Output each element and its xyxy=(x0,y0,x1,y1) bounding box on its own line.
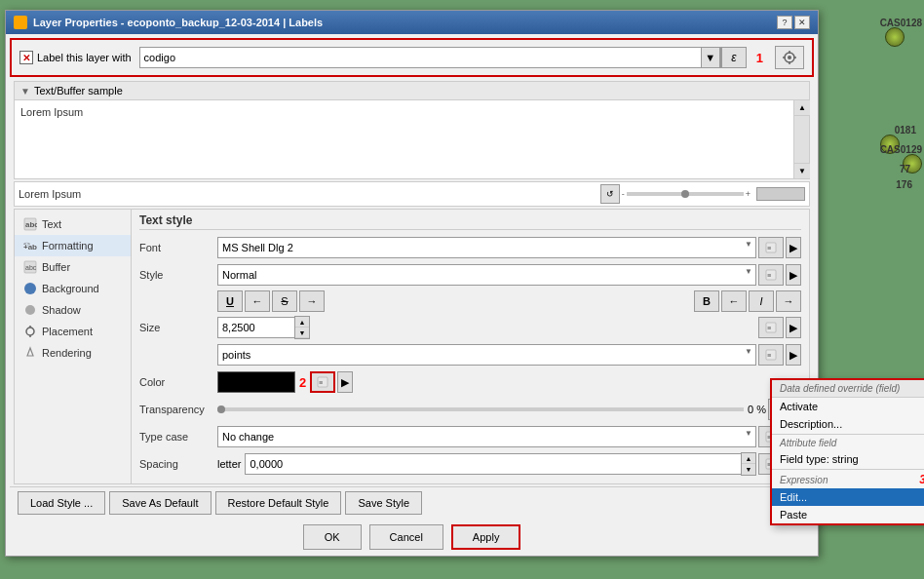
map-label-2: 0181 xyxy=(895,125,916,135)
map-label-4: 77 xyxy=(900,164,910,174)
cancel-button[interactable]: Cancel xyxy=(369,524,443,550)
nav-rendering-label: Rendering xyxy=(42,347,92,359)
type-case-select[interactable]: No change Upper case Lower case Title ca… xyxy=(217,426,756,447)
size-data-defined-button[interactable]: ≡ xyxy=(758,317,784,338)
background-nav-icon xyxy=(22,281,38,296)
unit-scroll-button[interactable]: ▶ xyxy=(786,344,801,366)
label-field-input[interactable] xyxy=(140,48,702,67)
bottom-buttons-section: Load Style ... Save As Default Restore D… xyxy=(10,486,814,519)
map-node-1 xyxy=(885,27,905,47)
ctx-paste[interactable]: Paste xyxy=(772,506,924,523)
svg-text:≡: ≡ xyxy=(767,352,771,359)
size-input[interactable] xyxy=(217,317,295,338)
style-data-defined-button[interactable]: ≡ xyxy=(758,264,784,286)
sidebar-item-shadow[interactable]: Shadow xyxy=(15,299,131,321)
ctx-expr-section: Expression 3 xyxy=(772,471,924,488)
spacing-sub-label: letter xyxy=(217,458,241,470)
style-label: Style xyxy=(139,269,217,281)
nav-text-label: Text xyxy=(42,218,61,230)
epsilon-button[interactable]: ε xyxy=(721,47,747,68)
ok-button[interactable]: OK xyxy=(303,524,362,550)
label-field-dropdown[interactable]: ▼ xyxy=(701,47,720,68)
size-scroll-button[interactable]: ▶ xyxy=(786,317,801,338)
map-label-1: CAS0128 xyxy=(880,18,922,28)
title-buttons[interactable]: ? ✕ xyxy=(777,16,810,29)
style-select[interactable]: Normal Bold Italic Bold Italic xyxy=(217,264,756,286)
type-case-select-wrap: No change Upper case Lower case Title ca… xyxy=(217,426,756,447)
marker-1: 1 xyxy=(756,51,763,65)
arrow-right-2-button[interactable]: → xyxy=(776,290,801,312)
svg-text:≡: ≡ xyxy=(319,379,323,386)
spacing-input[interactable] xyxy=(245,453,742,475)
unit-data-defined-button[interactable]: ≡ xyxy=(758,344,784,366)
help-button[interactable]: ? xyxy=(777,16,792,29)
sidebar-item-formatting[interactable]: +ab<> Formatting xyxy=(15,235,131,256)
sidebar-item-rendering[interactable]: Rendering xyxy=(15,342,131,364)
scroll-up-button[interactable]: ▲ xyxy=(794,100,810,116)
ctx-activate[interactable]: Activate xyxy=(772,398,924,415)
arrow-right-1-button[interactable]: → xyxy=(299,290,325,312)
apply-button[interactable]: Apply xyxy=(451,524,521,550)
layer-properties-dialog: Layer Properties - ecoponto_backup_12-03… xyxy=(5,10,819,557)
type-case-label: Type case xyxy=(139,431,217,443)
svg-point-13 xyxy=(25,305,35,315)
restore-default-button[interactable]: Restore Default Style xyxy=(215,491,342,515)
size-spin-up[interactable]: ▲ xyxy=(295,317,309,328)
collapse-arrow[interactable]: ▼ xyxy=(20,86,30,96)
preview-controls: ↺ - + xyxy=(600,184,805,204)
label-checkbox[interactable]: ✕ xyxy=(19,51,33,64)
nav-formatting-label: Formatting xyxy=(42,240,94,251)
ctx-description[interactable]: Description... xyxy=(772,415,924,433)
arrow-left-2-button[interactable]: ← xyxy=(721,290,747,312)
close-button[interactable]: ✕ xyxy=(794,16,810,29)
size-spin-down[interactable]: ▼ xyxy=(295,328,309,338)
style-scroll-button[interactable]: ▶ xyxy=(786,264,801,286)
svg-text:<>: <> xyxy=(23,241,31,247)
preview-zoom-slider[interactable] xyxy=(627,192,744,196)
lorem-sample: Lorem Ipsum xyxy=(20,106,83,118)
underline-button[interactable]: U xyxy=(217,290,243,312)
sample-section: ▼ Text/Buffer sample Lorem Ipsum ▲ ▼ xyxy=(14,81,810,179)
rendering-nav-icon xyxy=(22,345,38,361)
sample-content: Lorem Ipsum ▲ ▼ xyxy=(15,100,809,178)
font-select[interactable]: MS Shell Dlg 2 xyxy=(217,237,756,258)
sidebar-item-placement[interactable]: Placement xyxy=(15,321,131,342)
color-scroll-button[interactable]: ▶ xyxy=(337,371,353,393)
svg-text:≡: ≡ xyxy=(767,272,771,279)
transparency-slider[interactable] xyxy=(217,407,744,411)
spacing-label: Spacing xyxy=(139,458,217,470)
bold-button[interactable]: B xyxy=(694,290,719,312)
strikethrough-button[interactable]: S xyxy=(272,290,297,312)
arrow-left-1-button[interactable]: ← xyxy=(245,290,270,312)
preview-reset-button[interactable]: ↺ xyxy=(600,184,620,204)
ctx-edit[interactable]: Edit... xyxy=(772,488,924,506)
sidebar-item-background[interactable]: Background xyxy=(15,278,131,299)
sample-scrollbar[interactable]: ▲ ▼ xyxy=(793,100,809,178)
label-settings-button[interactable] xyxy=(775,46,804,69)
size-unit-row: points mm pixels ≡ ▶ xyxy=(139,343,801,367)
ctx-field-type: Field type: string xyxy=(772,450,924,468)
spacing-spin-down[interactable]: ▼ xyxy=(742,464,755,475)
spacing-spin-up[interactable]: ▲ xyxy=(742,453,755,464)
checkbox-label[interactable]: ✕ Label this layer with xyxy=(19,51,132,64)
italic-button[interactable]: I xyxy=(749,290,774,312)
save-style-button[interactable]: Save Style xyxy=(345,491,422,515)
sidebar-item-buffer[interactable]: abc Buffer xyxy=(15,256,131,278)
formatting-nav-icon: +ab<> xyxy=(22,238,38,253)
font-data-defined-button[interactable]: ≡ xyxy=(758,237,784,258)
style-select-wrap: Normal Bold Italic Bold Italic xyxy=(217,264,756,286)
svg-text:≡: ≡ xyxy=(767,245,771,251)
color-data-defined-button[interactable]: ≡ xyxy=(310,371,335,393)
main-body: abc Text +ab<> Formatting abc Buffer xyxy=(14,209,810,484)
font-scroll-button[interactable]: ▶ xyxy=(786,237,801,258)
text-style-title: Text style xyxy=(139,213,801,230)
color-swatch[interactable] xyxy=(217,371,295,393)
load-style-button[interactable]: Load Style ... xyxy=(18,491,105,515)
save-as-default-button[interactable]: Save As Default xyxy=(109,491,211,515)
title-bar-left: Layer Properties - ecoponto_backup_12-03… xyxy=(14,16,323,29)
sidebar-item-text[interactable]: abc Text xyxy=(15,213,131,235)
size-unit-select[interactable]: points mm pixels xyxy=(217,344,756,366)
window-icon xyxy=(14,16,27,29)
unit-data-defined-icon: ≡ xyxy=(765,349,777,361)
scroll-down-button[interactable]: ▼ xyxy=(794,163,810,178)
